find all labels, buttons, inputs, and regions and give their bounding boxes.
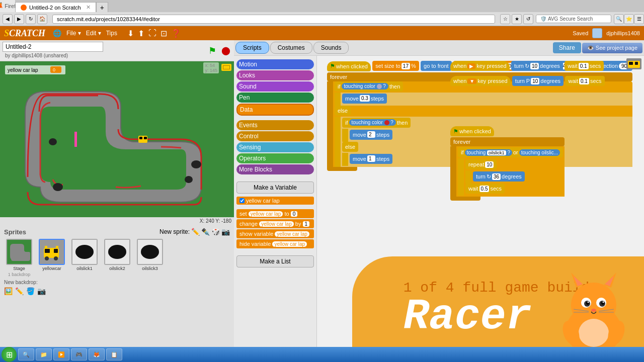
- turn-degrees-1[interactable]: 10: [530, 63, 539, 69]
- repeat-val[interactable]: 10: [485, 161, 494, 168]
- category-operators[interactable]: Operators: [236, 153, 314, 163]
- taskbar-app2[interactable]: 📋: [106, 348, 122, 360]
- var-block-yellow-car-lap[interactable]: yellow car lap: [236, 197, 314, 205]
- show-var-block[interactable]: show variable yellow car lap: [236, 229, 314, 238]
- when-flag-clicked-2[interactable]: ⚑ when clicked: [450, 126, 494, 136]
- sprite-item-stage[interactable]: Stage 1 backdrop: [4, 239, 34, 277]
- see-project-button[interactable]: 👁️ See project page: [582, 43, 642, 53]
- if-touching-color-2[interactable]: if touching color ? then: [342, 118, 411, 128]
- category-motion[interactable]: Motion: [236, 59, 314, 69]
- search-bar[interactable]: 🛡️ AVG Secure Search: [536, 15, 611, 23]
- help-icon[interactable]: ❓: [171, 29, 181, 38]
- move-val-1[interactable]: 0.3: [360, 95, 370, 102]
- make-list-button[interactable]: Make a List: [236, 255, 314, 267]
- address-bar[interactable]: [52, 15, 495, 24]
- share-button[interactable]: Share: [553, 42, 581, 53]
- move-val-3[interactable]: 1: [367, 155, 375, 162]
- back-button[interactable]: ◀: [3, 14, 13, 24]
- sprite-item-oilslick3[interactable]: oilslick3: [135, 239, 165, 277]
- turn-36-block[interactable]: turn ↻ 36 degrees: [473, 171, 525, 182]
- active-tab[interactable]: Untitled-2 on Scratch ✕: [15, 2, 96, 12]
- move-val-2[interactable]: 2: [367, 131, 375, 138]
- project-name-input[interactable]: [3, 42, 103, 52]
- new-tab-button[interactable]: +: [96, 2, 108, 12]
- hide-var-block[interactable]: hide variable yellow car lap: [236, 239, 314, 248]
- download-icon[interactable]: ⬇: [127, 29, 134, 38]
- go-to-front-block[interactable]: go to front: [421, 61, 452, 71]
- backdrop-camera-tool[interactable]: 📷: [37, 287, 46, 295]
- var-checkbox[interactable]: [239, 198, 245, 203]
- green-flag-button[interactable]: ⚑: [207, 45, 218, 56]
- bookmark-button[interactable]: ☆: [500, 14, 510, 24]
- tips-menu[interactable]: Tips: [106, 30, 117, 37]
- awesomebar-button[interactable]: ⭐: [624, 14, 634, 24]
- repeat-10-block[interactable]: repeat 10: [465, 159, 497, 169]
- fullscreen-icon[interactable]: ⛶: [148, 29, 156, 38]
- refresh-button[interactable]: ↻: [26, 14, 36, 24]
- file-menu[interactable]: File ▾: [66, 30, 81, 37]
- stop-button[interactable]: ⬤: [220, 45, 231, 56]
- size-value[interactable]: 17: [401, 63, 410, 69]
- change-var-block[interactable]: change yellow car lap by 1: [236, 219, 314, 228]
- tab-close[interactable]: ✕: [86, 4, 91, 11]
- wait-01-block[interactable]: wait 0.1 secs: [565, 61, 604, 71]
- if-touching-color-1[interactable]: if touching color ? then: [335, 81, 403, 92]
- set-var-block[interactable]: set yellow car lap to 0: [236, 209, 314, 218]
- backdrop-fill-tool[interactable]: 🪣: [26, 287, 35, 295]
- if-touching-oilslick[interactable]: if touching oilslick1 ? or touching oils…: [458, 147, 563, 157]
- set-size-block[interactable]: set size to 17 %: [372, 61, 419, 71]
- move-1-block[interactable]: move 1 steps: [350, 154, 392, 164]
- taskbar-file-manager[interactable]: 📁: [36, 348, 52, 360]
- scripts-canvas[interactable]: ⚑ when clicked set size to 17 % go to fr…: [317, 56, 644, 362]
- sprite-item-yellowcar[interactable]: yellowcar: [37, 239, 67, 277]
- move-03-block[interactable]: move 0.3 steps: [342, 94, 387, 104]
- home-button[interactable]: 🏠: [37, 14, 47, 24]
- category-control[interactable]: Control: [236, 131, 314, 141]
- reload-button[interactable]: ↺: [523, 14, 533, 24]
- tab-sounds[interactable]: Sounds: [313, 42, 349, 54]
- turn-degrees-2[interactable]: 10: [531, 78, 539, 84]
- forever-block-2[interactable]: forever: [450, 137, 565, 146]
- taskbar-firefox[interactable]: 🦊: [89, 348, 105, 360]
- turn-right-block[interactable]: turn ↻ 10 degrees: [511, 61, 563, 71]
- category-more[interactable]: More Blocks: [236, 164, 314, 174]
- tab-scripts[interactable]: Scripts: [235, 42, 269, 54]
- move-2-block[interactable]: move 2 steps: [350, 130, 392, 140]
- backdrop-image-tool[interactable]: 🖼️: [4, 287, 13, 295]
- compress-icon[interactable]: ⊡: [160, 29, 167, 38]
- upload-icon[interactable]: ⬆: [138, 29, 144, 38]
- menu-button[interactable]: ☰: [634, 14, 644, 24]
- category-sensing[interactable]: Sensing: [236, 142, 314, 152]
- draw-new-sprite-icon[interactable]: ✒️: [201, 228, 210, 236]
- firefox-button[interactable]: 🦊 Firefox: [0, 0, 15, 12]
- upload-sprite-icon[interactable]: 📷: [221, 228, 230, 236]
- when-down-key-block[interactable]: when ▼ key pressed: [450, 76, 511, 86]
- when-flag-clicked-block[interactable]: ⚑ when clicked: [327, 61, 371, 71]
- sprite-item-oilslick1[interactable]: oilslick1: [69, 239, 100, 277]
- turn-36-val[interactable]: 36: [492, 173, 501, 180]
- category-looks[interactable]: Looks: [236, 70, 314, 80]
- category-sound[interactable]: Sound: [236, 81, 314, 92]
- taskbar-search[interactable]: 🔍: [18, 348, 34, 360]
- backdrop-paint-tool[interactable]: ✏️: [15, 287, 24, 295]
- username[interactable]: djphillips1408: [606, 30, 640, 36]
- wait-val-3[interactable]: 0.5: [479, 186, 490, 192]
- turn-p-block[interactable]: turn P 10 degrees: [512, 76, 564, 86]
- wait-01-block-2[interactable]: wait 0.1 secs: [565, 76, 604, 86]
- wait-val-2[interactable]: 0.1: [579, 78, 589, 84]
- make-variable-button[interactable]: Make a Variable: [236, 182, 314, 194]
- sprite-item-oilslick2[interactable]: oilslick2: [102, 239, 132, 277]
- when-right-key-block[interactable]: when ▶ key pressed: [450, 61, 510, 71]
- wait-val-1[interactable]: 0.1: [579, 63, 589, 69]
- paint-new-sprite-icon[interactable]: ✏️: [191, 228, 200, 236]
- wait-05-block[interactable]: wait 0.5 secs: [465, 184, 505, 194]
- taskbar-app1[interactable]: 🎮: [71, 348, 87, 360]
- taskbar-media[interactable]: ▶️: [53, 348, 69, 360]
- tab-costumes[interactable]: Costumes: [270, 42, 312, 54]
- category-pen[interactable]: Pen: [236, 93, 314, 103]
- search-button[interactable]: 🔍: [614, 14, 624, 24]
- start-button[interactable]: ⊞: [2, 347, 17, 362]
- bookmark-list-button[interactable]: ★: [512, 14, 522, 24]
- category-data[interactable]: Data: [236, 104, 314, 116]
- edit-menu[interactable]: Edit ▾: [86, 30, 101, 37]
